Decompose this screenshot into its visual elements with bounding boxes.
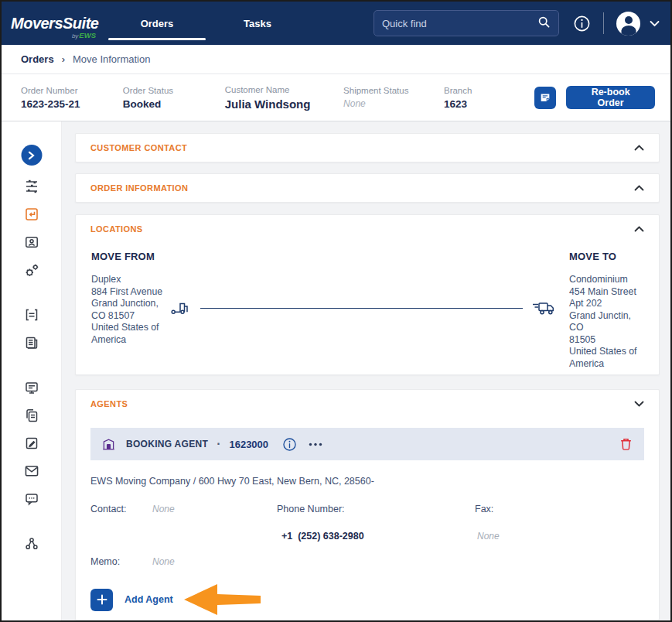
add-agent-button[interactable] [90,589,113,611]
breadcrumb-separator: › [62,53,65,65]
share-network-icon [24,536,39,552]
agent-info-icon[interactable] [282,437,297,452]
sidebar-item-notes[interactable] [23,307,39,323]
origin-truck-icon [171,300,191,316]
tab-orders[interactable]: Orders [107,2,207,45]
delete-agent-icon[interactable] [619,437,633,451]
avatar-head [625,16,633,24]
tab-tasks[interactable]: Tasks [207,2,308,45]
chevron-up-icon[interactable] [634,226,644,232]
chevron-up-icon[interactable] [634,185,644,191]
agent-separator: · [217,437,220,451]
sidebar-item-edit-form[interactable] [24,436,39,451]
agent-building-icon [102,438,115,451]
contact-label: Contact: [90,504,127,514]
move-to-line: America [569,358,646,371]
move-from-line: 884 First Avenue [91,286,182,299]
gears-icon [23,262,39,279]
sidebar-item-share[interactable] [24,536,39,552]
customer-contact-header[interactable]: CUSTOMER CONTACT [76,134,659,162]
move-information-icon [24,207,39,222]
chevron-down-icon[interactable] [650,20,660,27]
plus-icon [97,594,107,605]
branch-field: Branch 1623 [444,86,534,110]
agent-phone-row: +1 (252) 638-2980 None [90,531,644,543]
memo-label: Memo: [90,556,120,567]
sidebar-item-move-information[interactable] [24,207,39,222]
add-agent-row: Add Agent [90,583,644,616]
sidebar-item-screen[interactable] [23,380,39,395]
quick-find-box[interactable] [374,10,559,36]
mail-icon [23,463,39,478]
chevron-up-icon[interactable] [634,145,644,151]
search-icon[interactable] [537,15,551,32]
chat-icon [23,491,39,507]
agent-more-icon[interactable] [309,443,322,446]
agents-section: AGENTS BOOKING AGENT · 1623000 [75,389,660,620]
app-logo[interactable]: MoversSuite byEWS [11,15,97,32]
order-information-title: ORDER INFORMATION [90,183,188,193]
sidebar-item-settings[interactable] [23,262,39,279]
chevron-right-icon [21,145,42,166]
sidebar-item-contacts[interactable] [24,234,39,250]
top-navbar: MoversSuite byEWS Orders Tasks [2,2,670,45]
move-to-line: United States of [569,346,646,358]
user-avatar[interactable] [616,12,640,36]
add-agent-label[interactable]: Add Agent [125,594,173,605]
navbar-divider [603,12,604,34]
order-status-value: Booked [123,98,225,110]
phone-value: +1 (252) 638-2980 [281,531,364,542]
left-sidebar [2,121,62,620]
logo-subtitle: byEWS [72,31,96,39]
locations-title: LOCATIONS [90,224,143,234]
phone-label: Phone Number: [277,504,345,514]
sidebar-item-documents[interactable] [24,335,39,350]
move-to-line: Condominium [569,274,646,286]
agent-memo-row: Memo: None [90,556,644,569]
route-graphic [171,300,555,316]
move-from-line: America [91,334,182,347]
locations-header[interactable]: LOCATIONS [76,215,659,243]
monitor-icon [23,380,39,395]
order-summary-bar: Order Number 1623-235-21 Order Status Bo… [2,74,670,121]
fax-label: Fax: [475,504,493,514]
agent-contact-row: Contact: None Phone Number: Fax: [90,504,644,516]
news-document-icon [24,335,39,350]
rebook-order-button[interactable]: Re-book Order [566,86,655,109]
move-from-block: MOVE FROM Duplex 884 First Avenue Grand … [91,251,182,346]
fax-value: None [477,531,500,542]
sidebar-item-chat[interactable] [23,491,39,507]
move-from-line: United States of [91,322,182,334]
destination-truck-icon [532,300,555,316]
sidebar-item-mail[interactable] [23,463,39,478]
agent-role-label: BOOKING AGENT [126,439,208,449]
move-to-line: 454 Main Street [569,286,646,299]
content-area: CUSTOMER CONTACT ORDER INFORMATION LOCAT… [2,121,670,620]
main-tabs: Orders Tasks [107,2,308,45]
note-button[interactable] [534,87,556,109]
move-to-block: MOVE TO Condominium 454 Main Street Apt … [569,251,646,370]
chevron-down-icon[interactable] [634,401,644,407]
shipment-status-field: Shipment Status None [343,86,444,109]
order-list-icon [23,178,39,193]
breadcrumb: Orders › Move Information [2,45,670,74]
logo-title: MoversSuite [11,15,98,32]
contact-value: None [152,504,175,514]
move-from-line: Duplex [91,274,182,286]
quick-find-input[interactable] [382,18,537,29]
copy-documents-icon [24,408,39,423]
sidebar-item-copy[interactable] [24,408,39,423]
shipment-status-value: None [343,98,444,109]
breadcrumb-orders[interactable]: Orders [21,53,54,65]
order-information-section: ORDER INFORMATION [75,173,660,203]
avatar-body [621,26,636,36]
customer-name-field: Customer Name Julia Windsong [225,85,343,111]
sidebar-item-order-list[interactable] [23,178,39,193]
customer-contact-section: CUSTOMER CONTACT [75,133,660,162]
agents-header[interactable]: AGENTS [76,390,659,418]
order-information-header[interactable]: ORDER INFORMATION [76,174,659,202]
sidebar-expand-button[interactable] [21,145,42,166]
info-icon[interactable] [573,15,591,32]
note-icon [539,91,551,104]
booking-agent-row: BOOKING AGENT · 1623000 [90,428,644,460]
